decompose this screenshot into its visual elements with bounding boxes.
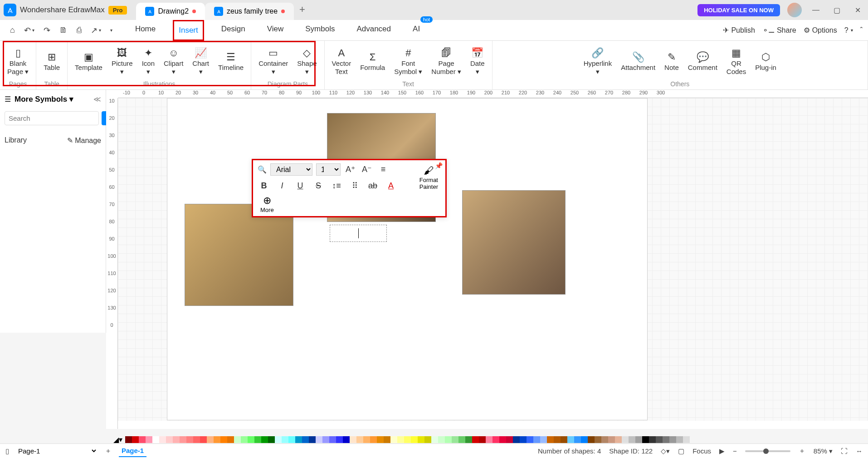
color-swatch[interactable] bbox=[608, 436, 615, 443]
color-swatch[interactable] bbox=[533, 436, 540, 443]
hyperlink-button[interactable]: 🔗Hyperlink▾ bbox=[579, 45, 617, 77]
color-swatch[interactable] bbox=[173, 436, 180, 443]
color-swatch[interactable] bbox=[452, 436, 458, 443]
menu-insert[interactable]: Insert bbox=[173, 20, 204, 41]
strikethrough-button[interactable]: S bbox=[312, 179, 325, 192]
color-swatch[interactable] bbox=[302, 436, 309, 443]
add-page-button[interactable]: ＋ bbox=[105, 447, 112, 455]
color-swatch[interactable] bbox=[288, 436, 295, 443]
size-select[interactable]: 12 bbox=[316, 163, 341, 176]
color-swatch[interactable] bbox=[343, 436, 350, 443]
sidebar-title[interactable]: More Symbols ▾ bbox=[15, 94, 73, 104]
color-swatch[interactable] bbox=[377, 436, 384, 443]
color-swatch[interactable] bbox=[159, 436, 166, 443]
color-swatch[interactable] bbox=[615, 436, 622, 443]
layers-button[interactable]: ◇▾ bbox=[661, 447, 670, 455]
container-button[interactable]: ▭Container▾ bbox=[254, 45, 293, 77]
text-input-box[interactable] bbox=[330, 225, 387, 242]
collapse-ribbon-button[interactable]: ˆ bbox=[860, 26, 863, 34]
color-swatch[interactable] bbox=[397, 436, 404, 443]
color-swatch[interactable] bbox=[513, 436, 520, 443]
color-swatch[interactable] bbox=[186, 436, 193, 443]
color-swatch[interactable] bbox=[370, 436, 377, 443]
library-label[interactable]: Library bbox=[5, 136, 27, 145]
menu-design[interactable]: Design bbox=[217, 20, 250, 41]
formula-button[interactable]: ΣFormula bbox=[356, 49, 390, 73]
icon-button[interactable]: ✦Icon▾ bbox=[137, 45, 159, 77]
color-swatch[interactable] bbox=[438, 436, 445, 443]
color-swatch[interactable] bbox=[431, 436, 438, 443]
template-button[interactable]: ▣Template bbox=[70, 49, 107, 73]
font-color-button[interactable]: A bbox=[385, 179, 397, 192]
color-swatch[interactable] bbox=[588, 436, 595, 443]
comment-button[interactable]: 💬Comment bbox=[683, 49, 722, 73]
color-swatch[interactable] bbox=[656, 436, 663, 443]
color-swatch[interactable] bbox=[268, 436, 275, 443]
color-swatch[interactable] bbox=[642, 436, 649, 443]
color-swatch[interactable] bbox=[214, 436, 220, 443]
color-swatch[interactable] bbox=[520, 436, 527, 443]
color-swatch[interactable] bbox=[180, 436, 186, 443]
home-icon[interactable]: ⌂ bbox=[5, 23, 20, 38]
new-tab-button[interactable]: + bbox=[294, 0, 311, 20]
color-swatch[interactable] bbox=[234, 436, 241, 443]
color-swatch[interactable] bbox=[622, 436, 629, 443]
color-swatch[interactable] bbox=[125, 436, 132, 443]
color-swatch[interactable] bbox=[282, 436, 288, 443]
menu-symbols[interactable]: Symbols bbox=[301, 20, 339, 41]
options-button[interactable]: ⚙Options bbox=[804, 26, 837, 34]
focus-toggle[interactable]: ▢ bbox=[678, 447, 684, 455]
chart-button[interactable]: 📈Chart▾ bbox=[188, 45, 214, 77]
text-effect-button[interactable]: ab bbox=[366, 179, 379, 192]
color-swatch[interactable] bbox=[207, 436, 214, 443]
color-swatch[interactable] bbox=[166, 436, 173, 443]
color-swatch[interactable] bbox=[493, 436, 499, 443]
color-swatch[interactable] bbox=[649, 436, 656, 443]
color-swatch[interactable] bbox=[384, 436, 390, 443]
color-swatch[interactable] bbox=[220, 436, 227, 443]
color-swatch[interactable] bbox=[322, 436, 329, 443]
close-button[interactable]: ✕ bbox=[851, 3, 864, 17]
image-goddess-right[interactable] bbox=[462, 190, 566, 295]
color-swatch[interactable] bbox=[581, 436, 588, 443]
bullet-list-button[interactable]: ⠿ bbox=[348, 179, 361, 192]
redo-button[interactable]: ↷ bbox=[39, 23, 55, 38]
color-swatch[interactable] bbox=[472, 436, 479, 443]
line-spacing-button[interactable]: ↕≡ bbox=[330, 179, 343, 192]
picture-button[interactable]: 🖼Picture▾ bbox=[107, 45, 137, 77]
shape-button[interactable]: ◇Shape▾ bbox=[293, 45, 321, 77]
fit-page-button[interactable]: ⛶ bbox=[841, 447, 848, 455]
color-swatch[interactable] bbox=[350, 436, 356, 443]
tab-drawing2[interactable]: ⟑ Drawing2 bbox=[136, 3, 205, 20]
color-swatch[interactable] bbox=[567, 436, 574, 443]
menu-home[interactable]: Home bbox=[131, 20, 160, 41]
search-input[interactable] bbox=[5, 111, 99, 125]
collapse-sidebar-icon[interactable]: ≪ bbox=[93, 95, 101, 103]
color-swatch[interactable] bbox=[554, 436, 561, 443]
color-swatch[interactable] bbox=[248, 436, 254, 443]
color-swatch[interactable] bbox=[200, 436, 207, 443]
color-swatch[interactable] bbox=[316, 436, 322, 443]
print-button[interactable]: ⎙ bbox=[72, 23, 86, 38]
color-swatch[interactable] bbox=[329, 436, 336, 443]
panel-icon[interactable]: ▯ bbox=[5, 447, 9, 455]
undo-button[interactable]: ↶▾ bbox=[20, 23, 39, 38]
tab-zeus[interactable]: ⟑ zeus family tree bbox=[205, 3, 294, 20]
vector-text-button[interactable]: AVectorText bbox=[327, 45, 356, 77]
color-swatch[interactable] bbox=[146, 436, 152, 443]
pin-icon[interactable]: 📌 bbox=[435, 162, 443, 169]
fill-dropper-icon[interactable]: ◢▾ bbox=[113, 435, 125, 444]
color-swatch[interactable] bbox=[404, 436, 411, 443]
color-swatch[interactable] bbox=[227, 436, 234, 443]
color-swatch[interactable] bbox=[418, 436, 424, 443]
attachment-button[interactable]: 📎Attachment bbox=[616, 49, 660, 73]
page-number-button[interactable]: 🗐PageNumber ▾ bbox=[427, 45, 466, 77]
zoom-out-button[interactable]: − bbox=[733, 447, 737, 455]
date-button[interactable]: 📅Date▾ bbox=[466, 45, 489, 77]
save-button[interactable]: 🗎 bbox=[55, 23, 72, 38]
holiday-banner[interactable]: HOLIDAY SALE ON NOW bbox=[697, 4, 780, 16]
canvas[interactable] bbox=[118, 98, 868, 421]
blank-page-button[interactable]: ▯BlankPage ▾ bbox=[3, 45, 33, 77]
color-swatch[interactable] bbox=[683, 436, 690, 443]
color-swatch[interactable] bbox=[254, 436, 261, 443]
